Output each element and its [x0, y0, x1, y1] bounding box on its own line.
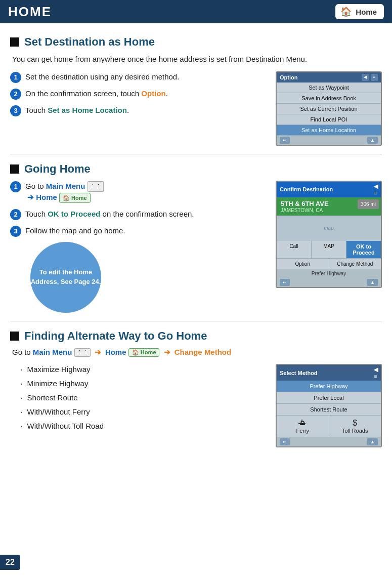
confirm-address-row: 5TH & 6TH AVE JAMESTOWN, CA 306 mi	[277, 197, 381, 216]
section1-screenshot: Option ◀ ≡ Set as Waypoint Save in Addre…	[276, 71, 382, 146]
step3-num: 3	[10, 105, 21, 116]
section1-square-icon	[10, 37, 19, 47]
section2-step1: 1 Go to Main Menu ⋮⋮ ➔ Home 🏠 Home	[10, 181, 267, 203]
go-to-label: Go to	[25, 182, 46, 190]
confirm-address-block: 5TH & 6TH AVE JAMESTOWN, CA	[277, 197, 358, 216]
select-title: Select Method	[280, 370, 318, 376]
section2-heading: Going Home	[10, 162, 382, 176]
confirm-map-area: map	[277, 216, 381, 241]
nav-change-method: Change Method	[175, 348, 232, 356]
section3-nav-line: Go to Main Menu ⋮⋮ ➔ Home 🏠 Home ➔ Chang…	[10, 348, 382, 357]
step-gh2-num: 2	[10, 209, 21, 220]
select-item-1: Prefer Highway	[277, 381, 381, 392]
step2-text: On the confirmation screen, touch Option…	[25, 88, 168, 100]
select-screen-footer: ↩ ▲	[277, 437, 381, 446]
step-gh2-text: Touch OK to Proceed on the confirmation …	[25, 209, 194, 220]
main-menu-label: Main Menu	[46, 182, 85, 190]
select-screen-header: Select Method ◀ ≡	[277, 365, 381, 381]
bullet-item-4: With/Without Ferry	[20, 406, 267, 417]
confirm-address2: JAMESTOWN, CA	[281, 208, 354, 213]
tooltip-bubble: To edit the Home Address, See Page 24.	[30, 242, 101, 313]
section2-screenshot: Confirm Destination ◀ ≡ 5TH & 6TH AVE JA…	[276, 181, 382, 288]
nav-home-icon: 🏠 Home	[128, 348, 160, 357]
bullet-item-2: Minimize Highway	[20, 378, 267, 388]
bullet-item-1: Maximize Highway	[20, 364, 267, 374]
section3-square-icon	[10, 332, 19, 341]
confirm-prefer-bar: Prefer Highway	[277, 269, 381, 278]
confirm-screen-footer: ↩ ▲	[277, 278, 381, 287]
confirm-button-row2: Option Change Method	[277, 258, 381, 269]
home-inline-icon: 🏠 Home	[59, 193, 91, 203]
main-content: Set Destination as Home You can get home…	[0, 23, 392, 458]
confirm-scroll-btn: ▲	[367, 279, 378, 286]
nav-main-menu: Main Menu	[33, 348, 72, 356]
nav-goto-label: Go to	[12, 348, 33, 356]
confirm-change-method-btn: Change Method	[329, 259, 381, 269]
main-menu-icon: ⋮⋮	[88, 181, 104, 192]
option-screen-header: Option ◀ ≡	[277, 72, 381, 82]
section1-instructions: 1 Set the destination using any desired …	[10, 71, 267, 121]
map-placeholder: map	[324, 225, 333, 231]
select-item-2: Prefer Local	[277, 392, 381, 404]
section3-heading: Finding Alternate Way to Go Home	[10, 329, 382, 343]
ok-proceed-label: OK to Proceed	[48, 210, 100, 218]
nav-arrow2: ➔	[164, 348, 170, 356]
step2-num: 2	[10, 89, 21, 100]
confirm-button-row1: Call MAP OK toProceed	[277, 241, 381, 258]
option-back-btn: ↩	[280, 137, 290, 144]
select-back-btn: ↩	[280, 438, 290, 445]
section2-step3: 3 Follow the map and go home.	[10, 225, 267, 237]
section3-bullets: Maximize Highway Minimize Highway Shorte…	[10, 364, 267, 436]
confirm-map-btn: MAP	[312, 241, 346, 258]
tooltip-text: To edit the Home Address, See Page 24.	[30, 268, 101, 286]
nav-arrow1: ➔	[95, 348, 101, 356]
option-item-1: Set as Waypoint	[277, 82, 381, 93]
section1-step3: 3 Touch Set as Home Location.	[10, 105, 267, 116]
home-badge: 🏠 Home	[335, 4, 384, 19]
section1-title: Set Destination as Home	[24, 35, 155, 49]
ferry-icon: ⛴	[279, 419, 327, 428]
step-gh1-num: 1	[10, 181, 21, 192]
step3-text-before: Touch	[25, 106, 48, 114]
select-item-3: Shortest Route	[277, 404, 381, 416]
nav-main-menu-icon: ⋮⋮	[74, 348, 91, 357]
confirm-mileage: 306 mi	[358, 199, 379, 209]
section2-step2: 2 Touch OK to Proceed on the confirmatio…	[10, 209, 267, 220]
section1-intro: You can get home from anywhere once the …	[10, 54, 382, 65]
section1-step2: 2 On the confirmation screen, touch Opti…	[10, 88, 267, 100]
bullet-item-5: With/Without Toll Road	[20, 421, 267, 431]
option-item-3: Set as Current Position	[277, 104, 381, 114]
confirm-ok-btn: OK toProceed	[346, 241, 381, 258]
divider2	[10, 321, 382, 321]
step-gh3-num: 3	[10, 226, 21, 237]
section1-step1: 1 Set the destination using any desired …	[10, 71, 267, 83]
home-icon: 🏠	[340, 6, 352, 17]
page-number: 22	[0, 555, 20, 570]
select-item-row: ⛴ Ferry $ Toll Roads	[277, 416, 381, 437]
step1-text: Set the destination using any desired me…	[25, 71, 179, 83]
confirm-title: Confirm Destination	[280, 186, 333, 192]
step3-text-after: .	[127, 106, 129, 114]
select-method-screen: Select Method ◀ ≡ Prefer Highway Prefer …	[276, 364, 382, 447]
confirm-icon2: ≡	[374, 190, 378, 196]
option-icon1: ◀	[362, 74, 369, 81]
bullet-item-3: Shortest Route	[20, 392, 267, 402]
confirm-option-btn: Option	[277, 259, 329, 269]
ferry-label: Ferry	[279, 428, 327, 434]
toll-icon: $	[331, 419, 379, 428]
step3-text: Touch Set as Home Location.	[25, 105, 129, 116]
confirm-screen-icons: ◀ ≡	[374, 183, 378, 196]
option-item-5: Set as Home Location	[277, 125, 381, 136]
option-mock-screen: Option ◀ ≡ Set as Waypoint Save in Addre…	[276, 71, 382, 146]
option-icon2: ≡	[371, 74, 378, 81]
section2-square-icon	[10, 164, 19, 174]
page-header: HOME 🏠 Home	[0, 0, 392, 23]
option-item-4: Find Local POI	[277, 114, 381, 125]
confirm-back-btn: ↩	[280, 279, 290, 286]
step-gh1-text: Go to Main Menu ⋮⋮ ➔ Home 🏠 Home	[25, 181, 104, 203]
nav-home: Home	[105, 348, 126, 356]
step2-highlight: Option	[141, 89, 165, 98]
step2-text-before: On the confirmation screen, touch	[25, 89, 141, 98]
step3-highlight: Set as Home Location	[48, 106, 127, 114]
gh2-text-after: on the confirmation screen.	[100, 210, 194, 218]
